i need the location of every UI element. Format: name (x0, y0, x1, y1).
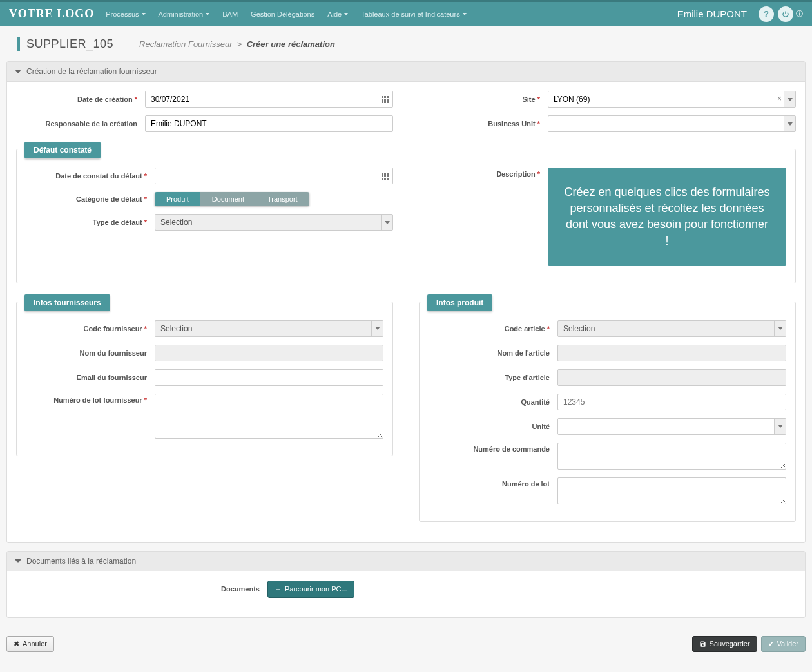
clear-icon[interactable]: × (777, 94, 782, 103)
panel-creation-head[interactable]: Création de la réclamation fournisseur (7, 62, 805, 82)
caret-down-icon (142, 13, 146, 15)
site-select[interactable] (548, 91, 796, 108)
nav-processus[interactable]: Processus (106, 10, 145, 18)
label-date-constat: Date de constat du défaut * (26, 172, 155, 180)
fieldset-defaut: Défaut constaté Date de constat du défau… (16, 149, 796, 283)
date-constat-input[interactable] (155, 168, 393, 184)
panel-documents-title: Documents liés à la réclamation (26, 557, 136, 566)
brand-logo: VOTRE LOGO (9, 7, 94, 21)
collapse-icon (15, 559, 21, 563)
close-icon: ✖ (14, 640, 19, 648)
promo-box: Créez en quelques clics des formulaires … (548, 168, 786, 266)
type-article-input (557, 369, 786, 386)
label-nom-article: Nom de l'article (429, 349, 557, 357)
dropdown-icon[interactable] (784, 91, 795, 107)
save-icon (699, 640, 706, 648)
footer-actions: ✖ Annuler Sauvegarder ✔ Valider (0, 632, 812, 660)
caret-down-icon (463, 13, 467, 15)
dropdown-icon[interactable] (774, 419, 786, 434)
dropdown-icon[interactable] (774, 321, 786, 336)
label-type-article: Type d'article (429, 374, 557, 381)
label-quantite: Quantité (429, 398, 557, 406)
power-icon[interactable] (778, 6, 793, 22)
info-icon[interactable]: ⓘ (796, 9, 803, 19)
date-creation-input[interactable] (145, 91, 393, 108)
nav-administration[interactable]: Administration (159, 10, 210, 18)
label-categorie: Catégorie de défaut * (26, 195, 155, 203)
numero-commande-textarea[interactable] (557, 443, 786, 470)
fieldset-produit-title: Infos produit (427, 294, 492, 311)
nav-aide[interactable]: Aide (327, 10, 348, 18)
bu-select[interactable] (548, 115, 796, 132)
save-button[interactable]: Sauvegarder (692, 636, 757, 652)
label-documents: Documents (16, 585, 267, 593)
lot-fournisseur-textarea[interactable] (155, 394, 383, 439)
panel-documents-head[interactable]: Documents liés à la réclamation (7, 552, 805, 571)
label-numero-commande: Numéro de commande (429, 443, 557, 453)
unite-select[interactable] (557, 418, 786, 435)
caret-down-icon (206, 13, 209, 15)
breadcrumb-current: Créer une réclamation (247, 39, 335, 49)
calendar-icon[interactable] (377, 91, 392, 107)
numero-lot-textarea[interactable] (557, 477, 786, 504)
label-date-creation: Date de création * (16, 95, 145, 103)
label-email-fournisseur: Email du fournisseur (26, 374, 155, 381)
fieldset-defaut-title: Défaut constaté (24, 142, 101, 158)
dropdown-icon[interactable] (371, 321, 383, 336)
label-unite: Unité (429, 423, 557, 430)
panel-creation-title: Création de la réclamation fournisseur (26, 67, 157, 76)
panel-documents: Documents liés à la réclamation Document… (6, 551, 806, 618)
code-article-select[interactable] (557, 320, 786, 337)
validate-button[interactable]: ✔ Valider (761, 636, 806, 652)
nav-user[interactable]: Emilie DUPONT (677, 8, 747, 19)
entity-code: SUPPLIER_105 (17, 37, 113, 51)
nom-article-input (557, 345, 786, 361)
plus-icon: ＋ (275, 584, 282, 594)
fieldset-produit: Infos produit Code article * Nom de l'ar… (419, 302, 796, 522)
breadcrumb-trail[interactable]: Reclamation Fournisseur (139, 39, 233, 49)
label-lot-fournisseur: Numéro de lot fournisseur * (26, 394, 155, 404)
caret-down-icon (344, 13, 348, 15)
help-icon[interactable]: ? (759, 6, 774, 22)
label-numero-lot: Numéro de lot (429, 477, 557, 488)
seg-transport[interactable]: Transport (256, 192, 309, 206)
categorie-segmented: Produit Document Transport (155, 192, 309, 206)
nav-tableaux[interactable]: Tableaux de suivi et Indicateurs (361, 10, 466, 18)
label-responsable: Responsable de la création (16, 120, 145, 128)
nav-bam[interactable]: BAM (222, 10, 238, 18)
quantite-input[interactable] (557, 394, 786, 410)
type-defaut-select[interactable] (155, 214, 393, 231)
breadcrumb: Reclamation Fournisseur > Créer une récl… (139, 39, 335, 49)
dropdown-icon[interactable] (784, 116, 795, 131)
calendar-icon[interactable] (377, 168, 392, 184)
fieldset-fournisseurs: Infos fournisseurs Code fournisseur * No… (16, 302, 393, 456)
nom-fournisseur-input (155, 345, 383, 361)
label-nom-fournisseur: Nom du fournisseur (26, 349, 155, 357)
nav-links: Processus Administration BAM Gestion Dél… (106, 10, 466, 18)
email-fournisseur-input[interactable] (155, 369, 383, 386)
code-fournisseur-select[interactable] (155, 320, 383, 337)
label-description: Description * (419, 168, 548, 178)
top-navbar: VOTRE LOGO Processus Administration BAM … (0, 0, 812, 26)
cancel-button[interactable]: ✖ Annuler (6, 636, 54, 652)
label-type-defaut: Type de défaut * (26, 218, 155, 226)
nav-delegations[interactable]: Gestion Délégations (251, 10, 314, 18)
seg-document[interactable]: Document (200, 192, 256, 206)
panel-creation: Création de la réclamation fournisseur D… (6, 61, 806, 543)
breadcrumb-bar: SUPPLIER_105 Reclamation Fournisseur > C… (0, 26, 812, 61)
label-code-article: Code article * (429, 325, 557, 332)
seg-produit[interactable]: Produit (155, 192, 200, 206)
responsable-input[interactable] (145, 115, 393, 132)
check-icon: ✔ (768, 640, 774, 648)
label-site: Site * (419, 95, 548, 103)
fieldset-fournisseurs-title: Infos fournisseurs (24, 294, 110, 311)
label-bu: Business Unit * (419, 120, 548, 128)
collapse-icon (15, 70, 21, 73)
label-code-fournisseur: Code fournisseur * (26, 325, 155, 332)
browse-button[interactable]: ＋ Parcourir mon PC... (267, 581, 354, 598)
dropdown-icon[interactable] (381, 215, 392, 230)
